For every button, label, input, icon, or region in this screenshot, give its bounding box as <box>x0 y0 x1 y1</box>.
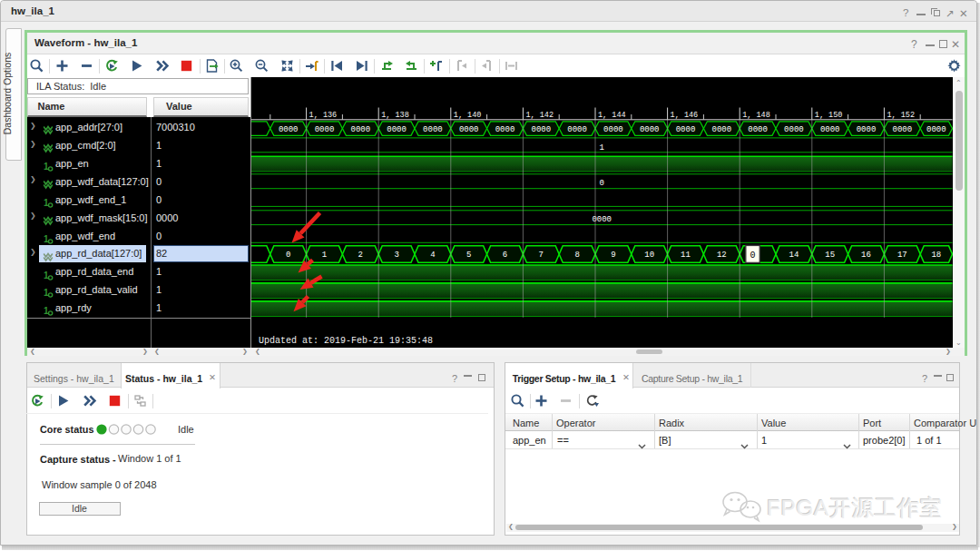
svg-text:0: 0 <box>599 179 603 188</box>
svg-text:0000: 0000 <box>676 125 696 134</box>
svg-text:0: 0 <box>750 251 755 261</box>
svg-text:5: 5 <box>466 251 471 260</box>
svg-text:Updated at: 2019-Feb-21 19:35:: Updated at: 2019-Feb-21 19:35:48 <box>259 336 433 346</box>
svg-text:1: 1 <box>44 271 49 280</box>
svg-text:0000: 0000 <box>892 125 912 134</box>
svg-text:0000: 0000 <box>350 125 370 134</box>
svg-text:1, 136: 1, 136 <box>309 111 338 120</box>
svg-text:0000: 0000 <box>640 125 660 134</box>
svg-text:1: 1 <box>322 251 327 260</box>
svg-text:2: 2 <box>358 251 363 260</box>
svg-text:14: 14 <box>789 251 799 260</box>
svg-text:17: 17 <box>897 251 907 260</box>
svg-text:0000: 0000 <box>711 125 731 134</box>
svg-text:0: 0 <box>286 251 290 260</box>
svg-text:0000: 0000 <box>279 125 299 134</box>
svg-text:1, 150: 1, 150 <box>815 111 843 120</box>
svg-text:1: 1 <box>44 306 49 316</box>
svg-text:1, 152: 1, 152 <box>887 111 915 120</box>
svg-text:8: 8 <box>574 251 579 260</box>
svg-text:0000: 0000 <box>315 125 335 134</box>
svg-text:0000: 0000 <box>748 125 768 134</box>
svg-text:3: 3 <box>394 251 398 260</box>
svg-text:1, 146: 1, 146 <box>671 111 699 120</box>
svg-text:1: 1 <box>44 162 49 172</box>
svg-text:0000: 0000 <box>820 125 840 134</box>
svg-text:15: 15 <box>825 251 835 260</box>
svg-text:6: 6 <box>503 251 507 260</box>
svg-text:1: 1 <box>44 288 49 298</box>
svg-text:10: 10 <box>644 251 654 260</box>
svg-text:0000: 0000 <box>531 125 551 134</box>
svg-text:1: 1 <box>44 234 49 244</box>
svg-text:9: 9 <box>611 251 615 260</box>
svg-text:0000: 0000 <box>495 125 515 134</box>
svg-text:18: 18 <box>931 251 941 260</box>
svg-text:11: 11 <box>681 251 691 260</box>
svg-text:1, 144: 1, 144 <box>598 111 626 120</box>
svg-text:0000: 0000 <box>857 125 877 134</box>
svg-text:0000: 0000 <box>567 125 587 134</box>
svg-text:1: 1 <box>44 198 49 208</box>
svg-text:1: 1 <box>599 143 603 153</box>
svg-text:1, 138: 1, 138 <box>381 111 409 120</box>
svg-text:0000: 0000 <box>784 125 804 134</box>
svg-text:0000: 0000 <box>423 125 443 134</box>
svg-text:1, 148: 1, 148 <box>742 111 770 120</box>
svg-text:1, 142: 1, 142 <box>525 111 554 120</box>
svg-text:0000: 0000 <box>459 125 479 134</box>
svg-text:0000: 0000 <box>387 125 407 134</box>
svg-text:1, 140: 1, 140 <box>454 111 482 120</box>
svg-text:12: 12 <box>717 251 727 260</box>
svg-text:4: 4 <box>430 251 435 260</box>
svg-text:0000: 0000 <box>926 125 946 134</box>
svg-text:7: 7 <box>539 251 544 260</box>
svg-text:16: 16 <box>861 251 871 260</box>
svg-text:0000: 0000 <box>603 125 623 134</box>
